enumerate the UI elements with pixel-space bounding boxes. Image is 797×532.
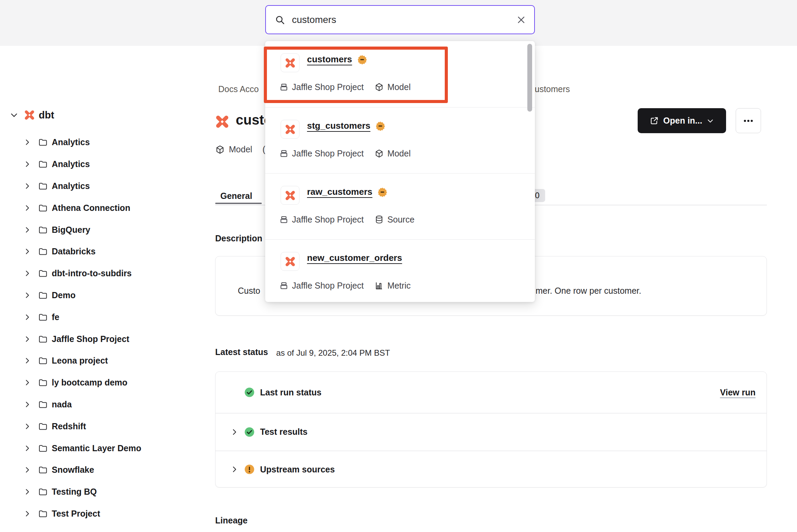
- sidebar-item-label: dbt-intro-to-subdirs: [52, 268, 132, 278]
- resource-type-label: Model: [229, 144, 252, 154]
- chevron-right-icon[interactable]: [230, 465, 238, 473]
- search-input[interactable]: [292, 14, 516, 25]
- medallion-badge-icon: [357, 54, 367, 65]
- close-icon[interactable]: [516, 15, 526, 25]
- tab-general[interactable]: General: [220, 191, 252, 201]
- sidebar-item[interactable]: Redshift: [0, 415, 187, 437]
- chevron-right-icon[interactable]: [23, 488, 31, 496]
- chevron-right-icon[interactable]: [23, 160, 31, 168]
- project-icon: [279, 215, 289, 224]
- search-result-customers[interactable]: customers Jaffle Shop Project Model: [265, 41, 535, 107]
- sidebar-root-dbt[interactable]: dbt: [0, 107, 187, 123]
- sidebar-item-label: ly bootcamp demo: [52, 378, 127, 388]
- sidebar-item-label: Athena Connection: [52, 203, 130, 213]
- chevron-right-icon[interactable]: [23, 357, 31, 365]
- result-meta: Jaffle Shop Project Metric: [279, 281, 410, 291]
- latest-status-heading: Latest status: [215, 347, 268, 357]
- chevron-right-icon[interactable]: [23, 466, 31, 474]
- result-project: Jaffle Shop Project: [292, 82, 364, 92]
- project-icon: [279, 281, 289, 290]
- sidebar-item[interactable]: Analytics: [0, 131, 187, 153]
- sidebar-item[interactable]: UI refresh project: [0, 524, 187, 532]
- chevron-right-icon[interactable]: [23, 291, 31, 299]
- chevron-right-icon[interactable]: [23, 226, 31, 234]
- sidebar-item[interactable]: Analytics: [0, 153, 187, 175]
- result-name-link[interactable]: new_customer_orders: [307, 253, 402, 263]
- sidebar-project-list: Analytics Analytics Analytics Athena Con…: [0, 131, 187, 532]
- dropdown-scrollbar[interactable]: [527, 44, 532, 112]
- sidebar-item[interactable]: Athena Connection: [0, 197, 187, 219]
- chevron-right-icon[interactable]: [230, 428, 238, 436]
- sidebar-item[interactable]: Jaffle Shop Project: [0, 328, 187, 350]
- sidebar-item[interactable]: Demo: [0, 284, 187, 306]
- sidebar-root-label: dbt: [39, 110, 54, 121]
- folder-icon: [38, 465, 47, 474]
- chevron-right-icon[interactable]: [23, 248, 31, 255]
- chevron-right-icon[interactable]: [23, 204, 31, 212]
- result-name-link[interactable]: customers: [307, 54, 352, 65]
- upstream-sources-row[interactable]: Upstream sources: [216, 451, 767, 488]
- breadcrumb-current: customers: [530, 84, 570, 94]
- description-text-fragment-right: mer. One row per customer.: [536, 286, 641, 296]
- chevron-right-icon[interactable]: [23, 422, 31, 430]
- view-run-link[interactable]: View run: [720, 388, 756, 397]
- result-type: Model: [387, 149, 410, 159]
- sidebar-item[interactable]: Semantic Layer Demo: [0, 437, 187, 459]
- sidebar-item[interactable]: Test Project: [0, 503, 187, 525]
- result-meta: Jaffle Shop Project Model: [279, 149, 410, 159]
- sidebar-item-label: Jaffle Shop Project: [52, 334, 129, 344]
- chevron-right-icon[interactable]: [23, 510, 31, 518]
- sidebar-item-label: Snowflake: [52, 465, 94, 475]
- chevron-down-icon[interactable]: [10, 111, 19, 119]
- sidebar-item-label: BigQuery: [52, 225, 90, 235]
- sidebar-item-label: Analytics: [52, 159, 90, 169]
- folder-icon: [38, 487, 47, 496]
- search-result-stg-customers[interactable]: stg_customers Jaffle Shop Project Model: [265, 107, 535, 173]
- sidebar-item[interactable]: Leona project: [0, 350, 187, 372]
- folder-icon: [38, 444, 47, 453]
- chevron-right-icon[interactable]: [23, 269, 31, 277]
- result-type: Model: [387, 82, 410, 92]
- sidebar-item[interactable]: Testing BQ: [0, 481, 187, 503]
- sidebar-item[interactable]: Snowflake: [0, 459, 187, 481]
- folder-icon: [38, 247, 47, 256]
- search-result-raw-customers[interactable]: raw_customers Jaffle Shop Project Source: [265, 173, 535, 239]
- sidebar-item-label: Test Project: [52, 509, 100, 519]
- chevron-right-icon[interactable]: [23, 138, 31, 146]
- sidebar-item-label: UI refresh project: [52, 531, 123, 532]
- folder-icon: [38, 356, 47, 365]
- global-search-bar[interactable]: [265, 5, 535, 34]
- sidebar-item[interactable]: BigQuery: [0, 219, 187, 241]
- sidebar-item-label: Redshift: [52, 421, 86, 431]
- test-results-row[interactable]: Test results: [216, 413, 767, 451]
- lineage-heading: Lineage: [215, 516, 247, 525]
- search-result-new-customer-orders[interactable]: new_customer_orders Jaffle Shop Project …: [265, 239, 535, 302]
- folder-icon: [38, 269, 47, 278]
- folder-icon: [38, 378, 47, 387]
- sidebar-item[interactable]: dbt-intro-to-subdirs: [0, 263, 187, 284]
- sidebar-item[interactable]: Analytics: [0, 175, 187, 197]
- sidebar-item[interactable]: Databricks: [0, 241, 187, 263]
- folder-icon: [38, 400, 47, 409]
- sidebar-item[interactable]: fe: [0, 306, 187, 328]
- open-in-button[interactable]: Open in...: [638, 108, 726, 133]
- result-project: Jaffle Shop Project: [292, 215, 364, 225]
- project-tree-sidebar: dbt Analytics Analytics Analytics Athena…: [0, 46, 187, 532]
- chevron-right-icon[interactable]: [23, 182, 31, 190]
- sidebar-item[interactable]: ly bootcamp demo: [0, 372, 187, 394]
- dbt-resource-tile: [281, 53, 299, 72]
- success-check-icon: [244, 387, 255, 397]
- more-actions-button[interactable]: [736, 108, 761, 133]
- project-icon: [279, 83, 289, 92]
- chevron-right-icon[interactable]: [23, 444, 31, 452]
- sidebar-item[interactable]: nada: [0, 394, 187, 416]
- sidebar-item-label: nada: [52, 400, 72, 409]
- result-name-link[interactable]: raw_customers: [307, 187, 372, 197]
- chevron-right-icon[interactable]: [23, 335, 31, 343]
- chevron-right-icon[interactable]: [23, 379, 31, 387]
- chevron-right-icon[interactable]: [23, 313, 31, 321]
- chevron-right-icon[interactable]: [23, 401, 31, 408]
- result-name-link[interactable]: stg_customers: [307, 121, 370, 131]
- description-heading: Description: [215, 233, 262, 243]
- sidebar-item-label: Analytics: [52, 137, 90, 147]
